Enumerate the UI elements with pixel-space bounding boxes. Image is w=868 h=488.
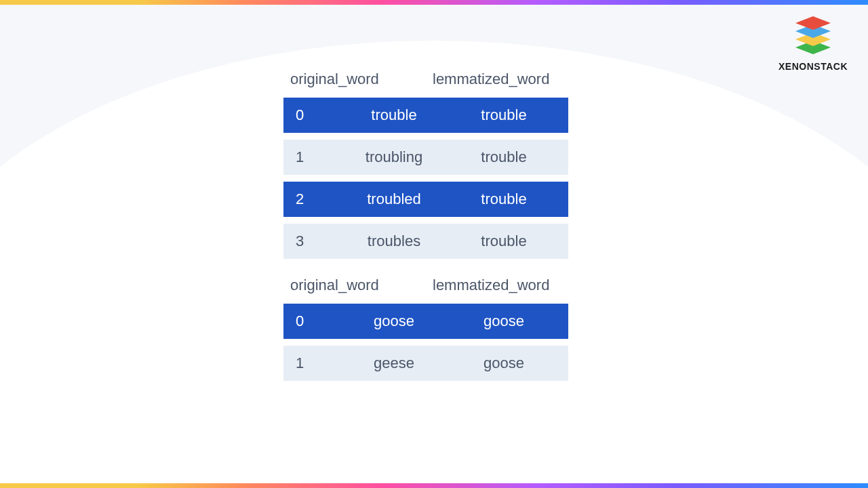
- table-row: 0 goose goose: [283, 304, 568, 339]
- row-lemmatized: trouble: [452, 232, 568, 250]
- row-lemmatized: goose: [452, 312, 568, 330]
- row-lemmatized: trouble: [452, 106, 568, 124]
- brand-name: XENONSTACK: [778, 61, 848, 72]
- row-index: 0: [283, 312, 336, 330]
- row-original: troubles: [336, 232, 452, 250]
- lemmatization-table-2: original_word lemmatized_word 0 goose go…: [283, 277, 568, 381]
- col-lemmatized: lemmatized_word: [433, 277, 566, 294]
- row-original: geese: [336, 354, 452, 372]
- slide: XENONSTACK original_word lemmatized_word…: [0, 0, 868, 488]
- row-index: 1: [283, 354, 336, 372]
- col-original: original_word: [290, 70, 433, 88]
- gradient-bar-bottom: [0, 483, 868, 488]
- row-index: 3: [283, 232, 336, 250]
- row-original: troubled: [336, 190, 452, 208]
- tables-container: original_word lemmatized_word 0 trouble …: [283, 70, 568, 399]
- table-row: 1 troubling trouble: [283, 140, 568, 175]
- table-row: 3 troubles trouble: [283, 224, 568, 259]
- row-original: trouble: [336, 106, 452, 124]
- table-row: 2 troubled trouble: [283, 182, 568, 217]
- table-header: original_word lemmatized_word: [283, 277, 568, 304]
- col-original: original_word: [290, 277, 433, 294]
- table-row: 0 trouble trouble: [283, 98, 568, 133]
- stack-icon: [791, 16, 835, 57]
- table-header: original_word lemmatized_word: [283, 70, 568, 98]
- lemmatization-table-1: original_word lemmatized_word 0 trouble …: [283, 70, 568, 259]
- row-original: goose: [336, 312, 452, 330]
- row-lemmatized: trouble: [452, 148, 568, 166]
- gradient-bar-top: [0, 0, 868, 5]
- table-row: 1 geese goose: [283, 346, 568, 381]
- row-lemmatized: goose: [452, 354, 568, 372]
- row-index: 2: [283, 190, 336, 208]
- row-index: 1: [283, 148, 336, 166]
- svg-marker-3: [795, 16, 831, 30]
- row-original: troubling: [336, 148, 452, 166]
- brand-logo: XENONSTACK: [778, 16, 848, 72]
- col-lemmatized: lemmatized_word: [433, 70, 566, 88]
- row-index: 0: [283, 106, 336, 124]
- row-lemmatized: trouble: [452, 190, 568, 208]
